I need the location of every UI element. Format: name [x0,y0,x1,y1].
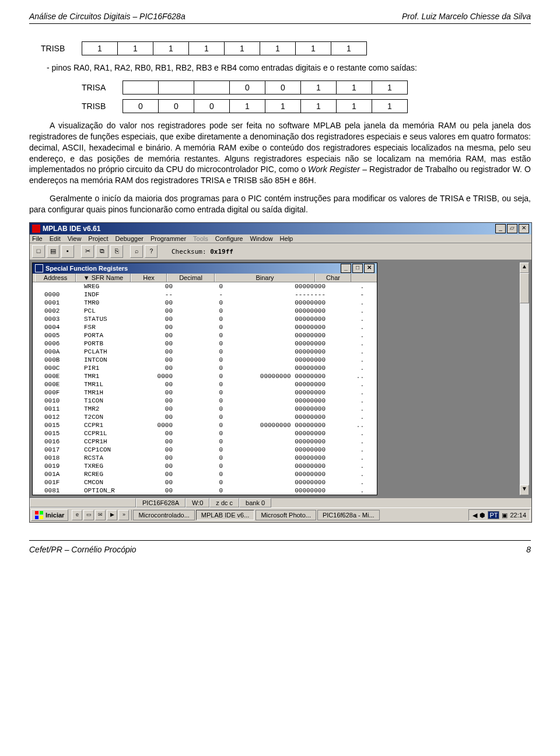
toolbar-button[interactable]: ⧉ [96,245,108,258]
menu-debugger[interactable]: Debugger [116,235,144,242]
sfr-row[interactable]: 0004FSR00000000000. [33,323,377,331]
toolbar-button[interactable]: ▪ [61,245,74,258]
taskbar-task[interactable]: MPLAB IDE v6... [196,510,255,520]
mplab-window: MPLAB IDE v6.61 _ ▱ ✕ FileEditViewProjec… [29,222,532,523]
sfr-char: . [329,348,368,356]
sfr-bin: 00000000 00000000 [226,372,329,380]
menu-help[interactable]: Help [280,235,293,242]
sfr-row[interactable]: WREG00000000000. [33,282,377,290]
tray-icon[interactable]: ◀ [473,512,477,519]
status-wreg: W:0 [186,498,209,508]
sfr-row[interactable]: 0016CCPR1H00000000000. [33,438,377,446]
sfr-row[interactable]: 0017CCP1CON00000000000. [33,446,377,454]
sfr-row[interactable]: 0005PORTA00000000000. [33,331,377,340]
toolbar-button[interactable]: ⌕ [130,245,143,258]
ql-outlook-icon[interactable]: ✉ [95,510,106,520]
sfr-header-address[interactable]: Address [35,274,76,282]
sfr-row[interactable]: 0081OPTION_R00000000000. [33,487,377,495]
sfr-hex: 0000 [138,421,176,429]
system-tray[interactable]: ◀ ⬢ PT ▣ 22:14 [468,509,530,521]
ql-ie-icon[interactable]: e [72,510,82,520]
sfr-titlebar[interactable]: Special Function Registers _ □ ✕ [33,263,377,274]
menu-view[interactable]: View [68,235,82,242]
toolbar-button[interactable]: □ [32,245,45,258]
sfr-header-hex[interactable]: Hex [131,274,167,282]
sfr-header-name[interactable]: ▼ SFR Name [76,274,131,282]
sfr-row[interactable]: 0010T1CON00000000000. [33,397,377,405]
register-cell: 1 [260,41,296,55]
sfr-row[interactable]: 001FCMCON00000000000. [33,478,377,487]
sfr-row[interactable]: 0011TMR200000000000. [33,405,377,413]
sfr-minimize-button[interactable]: _ [341,264,351,273]
mplab-vscrollbar[interactable]: ▲ ▼ [519,262,529,495]
scroll-up-arrow[interactable]: ▲ [520,262,529,273]
toolbar-button[interactable]: ？ [145,245,158,258]
toolbar-button[interactable]: ✂ [81,245,94,258]
sfr-row[interactable]: 000ETMR10000000000000 00000000.. [33,372,377,380]
menu-programmer[interactable]: Programmer [150,235,186,242]
sfr-row[interactable]: 0000INDF------------ [33,290,377,299]
sfr-row[interactable]: 000CPIR100000000000. [33,364,377,372]
sfr-addr: 000E [35,372,84,380]
tray-clock[interactable]: 22:14 [510,512,526,519]
sfr-row[interactable]: 0002PCL00000000000. [33,307,377,315]
sfr-addr: 0015 [35,429,84,438]
sfr-row[interactable]: 0015CCPR10000000000000 00000000.. [33,421,377,429]
sfr-maximize-button[interactable]: □ [352,264,363,273]
sfr-row[interactable]: 000ETMR1L00000000000. [33,380,377,388]
sfr-row[interactable]: 0018RCSTA00000000000. [33,454,377,462]
ql-more-icon[interactable]: » [118,510,129,520]
sfr-row[interactable]: 0019TXREG00000000000. [33,462,377,470]
sfr-name: STATUS [84,315,138,323]
menu-window[interactable]: Window [250,235,272,242]
ql-desktop-icon[interactable]: ▭ [83,510,94,520]
taskbar-task[interactable]: Microsoft Photo... [256,510,316,520]
sfr-name: OPTION_R [84,487,138,495]
menu-configure[interactable]: Configure [215,235,243,242]
menu-project[interactable]: Project [88,235,108,242]
sfr-row[interactable]: 0001TMR000000000000. [33,299,377,307]
minimize-button[interactable]: _ [495,224,506,233]
sfr-char: .. [329,372,368,380]
restore-button[interactable]: ▱ [507,224,517,233]
start-button[interactable]: Iniciar [31,509,68,521]
sfr-row[interactable]: 000BINTCON00000000000. [33,356,377,364]
sfr-row[interactable]: 000FTMR1H00000000000. [33,388,377,397]
scroll-thumb[interactable] [520,273,529,303]
tray-lang[interactable]: PT [488,511,499,519]
register-cell: 1 [331,41,367,55]
sfr-close-button[interactable]: ✕ [364,264,374,273]
menu-edit[interactable]: Edit [50,235,61,242]
taskbar-task[interactable]: PIC16f628a - Mi... [317,510,380,520]
scroll-track[interactable] [520,273,529,485]
close-button[interactable]: ✕ [519,224,529,233]
sfr-row[interactable]: 0006PORTB00000000000. [33,340,377,348]
toolbar-button[interactable]: ⎘ [110,245,123,258]
tray-icon[interactable]: ⬢ [480,512,485,519]
paragraph-pins: - pinos RA0, RA1, RA2, RB0, RB1, RB2, RB… [47,62,531,74]
sfr-hex: 00 [138,323,176,331]
ql-wmp-icon[interactable]: ▶ [107,510,117,520]
sfr-row[interactable]: 0003STATUS00000000000. [33,315,377,323]
sfr-row[interactable]: 001ARCREG00000000000. [33,470,377,478]
toolbar-button[interactable]: ▤ [47,245,60,258]
mplab-titlebar[interactable]: MPLAB IDE v6.61 _ ▱ ✕ [30,223,531,235]
sfr-bin: 00000000 [226,405,329,413]
sfr-addr [35,282,84,290]
mplab-mdi-area: Special Function Registers _ □ ✕ Address… [30,260,531,498]
sfr-header-binary[interactable]: Binary [215,274,315,282]
sfr-name: PORTB [84,340,138,348]
sfr-row[interactable]: 0015CCPR1L00000000000. [33,429,377,438]
menu-tools[interactable]: Tools [193,235,208,242]
sfr-header-char[interactable]: Char [315,274,351,282]
sfr-bin: 00000000 [226,356,329,364]
sfr-row[interactable]: 000APCLATH00000000000. [33,348,377,356]
sfr-bin: 00000000 [226,487,329,495]
sfr-header-decimal[interactable]: Decimal [167,274,215,282]
tray-icon[interactable]: ▣ [502,512,508,519]
taskbar-task[interactable]: Microcontrolado... [133,510,194,520]
scroll-down-arrow[interactable]: ▼ [520,485,529,495]
menu-file[interactable]: File [32,235,43,242]
sfr-row[interactable]: 0012T2CON00000000000. [33,413,377,421]
register-cell: 1 [295,41,331,55]
